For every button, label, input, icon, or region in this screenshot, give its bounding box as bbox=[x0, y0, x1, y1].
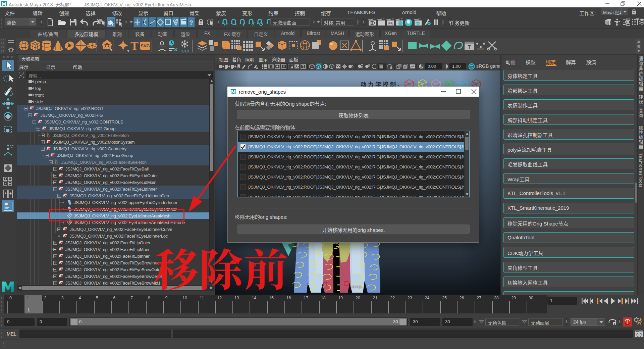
svg-text:?: ? bbox=[189, 19, 193, 26]
svg-text:ON: ON bbox=[470, 65, 473, 68]
svg-text:0,0,0: 0,0,0 bbox=[181, 49, 189, 53]
svg-text:{;}: {;} bbox=[636, 333, 642, 337]
svg-text:SVG: SVG bbox=[141, 43, 150, 48]
svg-text:T: T bbox=[130, 39, 139, 53]
svg-text:T: T bbox=[468, 44, 471, 50]
svg-text:T: T bbox=[302, 65, 304, 68]
svg-text:1: 1 bbox=[613, 322, 615, 326]
svg-text:IPR: IPR bbox=[388, 22, 393, 25]
